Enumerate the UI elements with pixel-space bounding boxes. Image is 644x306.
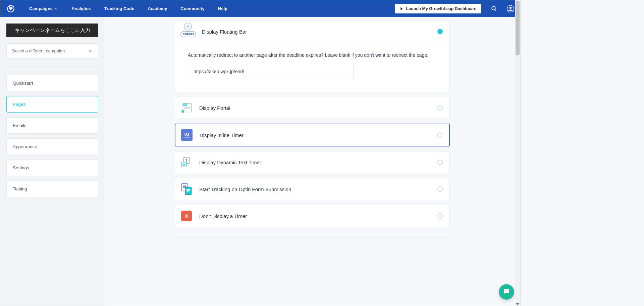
nav-academy[interactable]: Academy xyxy=(141,6,174,11)
portal-icon: Hello! xyxy=(180,101,193,115)
option-title: Display Dynamic Text Timer xyxy=(199,160,431,165)
radio-no-timer[interactable] xyxy=(437,213,443,219)
top-navigation: Campaigns Analytics Tracking Code Academ… xyxy=(0,0,520,17)
x-icon xyxy=(181,211,192,221)
svg-rect-22 xyxy=(185,187,191,195)
svg-rect-11 xyxy=(184,110,188,110)
option-title: Display Floating Bar xyxy=(202,29,431,35)
chat-icon xyxy=(502,288,511,296)
radio-portal[interactable] xyxy=(437,105,443,111)
svg-rect-23 xyxy=(186,189,190,190)
option-tracking-header[interactable]: Start Tracking on Optin Form Submission xyxy=(175,178,449,200)
launch-icon xyxy=(399,6,404,11)
chevron-down-icon xyxy=(55,7,58,10)
option-title: Don't Display a Timer xyxy=(199,213,431,219)
option-title: Start Tracking on Optin Form Submission xyxy=(199,186,431,192)
scrollbar[interactable] xyxy=(515,0,520,306)
svg-point-5 xyxy=(187,25,189,27)
radio-dynamic-text[interactable] xyxy=(437,160,443,165)
svg-point-1 xyxy=(10,8,11,9)
svg-rect-16 xyxy=(183,164,185,165)
dynamic-text-icon: T xyxy=(180,156,193,169)
option-floating-bar: 03/10/23 Display Floating Bar Automatica… xyxy=(175,20,450,92)
divider xyxy=(175,237,450,237)
radio-floating-bar[interactable] xyxy=(437,29,443,34)
scroll-down-icon xyxy=(516,303,519,305)
x-icon-wrapper xyxy=(180,209,193,223)
option-title: Display Portal xyxy=(199,105,431,111)
redirect-help-text: Automatically redirect to another page a… xyxy=(188,52,437,59)
nav-analytics[interactable]: Analytics xyxy=(65,6,98,11)
chevron-down-icon xyxy=(88,49,93,53)
svg-rect-21 xyxy=(183,187,185,188)
svg-rect-17 xyxy=(183,165,184,166)
option-inline-timer-header[interactable]: 03 DAYS Display Inline Timer xyxy=(175,124,449,146)
nav-community[interactable]: Community xyxy=(174,6,211,11)
divider xyxy=(6,67,98,67)
chat-launcher[interactable] xyxy=(499,284,514,300)
sidebar-item-pages[interactable]: Pages xyxy=(6,96,98,113)
campaign-name-box: キャンペーンネームをここに入力 xyxy=(6,24,98,37)
user-icon xyxy=(507,5,514,12)
svg-rect-9 xyxy=(184,107,190,108)
option-portal-header[interactable]: Hello! Display Portal xyxy=(175,97,449,119)
sidebar-item-quickstart[interactable]: Quickstart xyxy=(6,75,98,91)
launch-dashboard-button[interactable]: Launch My GrowthLeap Dashboard xyxy=(395,4,481,13)
option-floating-bar-header[interactable]: 03/10/23 Display Floating Bar xyxy=(175,20,449,43)
campaign-selector-label: Select a different campaign xyxy=(12,48,65,53)
option-portal: Hello! Display Portal xyxy=(175,97,450,119)
svg-point-4 xyxy=(509,7,512,9)
logo-icon[interactable] xyxy=(6,4,15,13)
svg-rect-19 xyxy=(183,185,186,185)
sidebar: キャンペーンネームをここに入力 Select a different campa… xyxy=(0,17,104,306)
svg-rect-10 xyxy=(184,108,190,109)
separator xyxy=(486,4,486,13)
user-menu[interactable] xyxy=(507,5,514,12)
separator xyxy=(502,4,502,13)
nav-campaigns[interactable]: Campaigns xyxy=(22,6,65,11)
option-no-timer-header[interactable]: Don't Display a Timer xyxy=(175,205,449,227)
radio-inline-timer[interactable] xyxy=(437,132,442,138)
campaign-selector[interactable]: Select a different campaign xyxy=(6,43,98,58)
svg-text:T: T xyxy=(185,158,187,162)
main-content: 03/10/23 Display Floating Bar Automatica… xyxy=(104,17,520,306)
option-dynamic-text-header[interactable]: T Display Dynamic Text Timer xyxy=(175,151,449,173)
tracking-icon xyxy=(180,182,193,196)
sidebar-item-emails[interactable]: Emails xyxy=(6,117,98,134)
sidebar-item-appearance[interactable]: Appearance xyxy=(6,138,98,155)
nav-help[interactable]: Help xyxy=(211,6,234,11)
svg-point-2 xyxy=(492,6,495,10)
svg-rect-25 xyxy=(186,191,189,192)
option-title: Display Inline Timer xyxy=(200,132,431,138)
svg-rect-24 xyxy=(186,190,190,191)
svg-rect-20 xyxy=(183,186,186,187)
scroll-thumb[interactable] xyxy=(516,1,520,55)
svg-text:Hello!: Hello! xyxy=(183,104,188,106)
sidebar-item-settings[interactable]: Settings xyxy=(6,160,98,176)
floating-bar-icon: 03/10/23 xyxy=(180,25,196,39)
inline-timer-icon: 03 DAYS xyxy=(180,128,194,142)
sidebar-item-testing[interactable]: Testing xyxy=(6,181,98,197)
svg-rect-12 xyxy=(182,110,184,113)
search-icon xyxy=(491,6,497,12)
nav-tracking-code[interactable]: Tracking Code xyxy=(98,6,141,11)
option-inline-timer: 03 DAYS Display Inline Timer xyxy=(175,124,450,146)
option-dynamic-text: T Display Dynamic Text Timer xyxy=(175,151,450,173)
redirect-url-input[interactable] xyxy=(188,65,354,78)
search-button[interactable] xyxy=(491,6,497,12)
svg-rect-15 xyxy=(182,162,186,167)
nav-campaigns-label: Campaigns xyxy=(29,6,53,11)
option-no-timer: Don't Display a Timer xyxy=(175,205,450,227)
option-tracking: Start Tracking on Optin Form Submission xyxy=(175,178,450,200)
radio-tracking[interactable] xyxy=(437,186,443,192)
